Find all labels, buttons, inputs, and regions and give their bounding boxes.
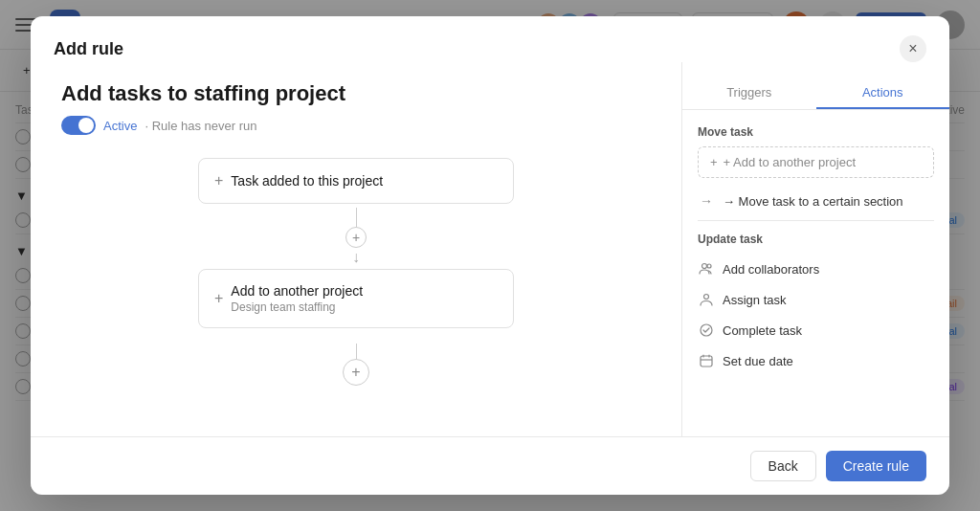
- svg-point-2: [704, 295, 709, 300]
- add-step-button[interactable]: +: [345, 227, 367, 248]
- svg-point-0: [702, 264, 707, 269]
- complete-task-item[interactable]: Complete task: [682, 315, 949, 345]
- svg-point-1: [707, 264, 711, 268]
- add-project-box[interactable]: + + Add to another project: [698, 146, 934, 178]
- tabs-row: Triggers Actions: [682, 78, 949, 110]
- connector-line: [356, 208, 357, 227]
- move-section-item[interactable]: → → Move task to a certain section: [682, 186, 949, 216]
- trigger-plus-icon: +: [214, 172, 223, 189]
- left-panel: Add tasks to staffing project Active · R…: [31, 62, 681, 436]
- flow-container: + Task added to this project + ↓ +: [61, 158, 651, 386]
- update-task-section-label: Update task: [682, 233, 949, 246]
- add-rule-modal: Add rule × Add tasks to staffing project…: [31, 16, 949, 495]
- set-due-date-label: Set due date: [723, 354, 793, 368]
- svg-rect-4: [701, 356, 712, 367]
- add-collaborators-item[interactable]: Add collaborators: [682, 254, 949, 284]
- calendar-icon: [698, 353, 715, 368]
- move-task-section-label: Move task: [682, 125, 949, 139]
- assign-task-item[interactable]: Assign task: [682, 284, 949, 315]
- action-card-title: Add to another project: [231, 283, 363, 299]
- action-plus-icon: +: [214, 290, 223, 307]
- add-step-bottom-button[interactable]: +: [343, 359, 369, 386]
- svg-point-3: [701, 324, 712, 336]
- bottom-line: [356, 344, 357, 359]
- move-section-label: → Move task to a certain section: [723, 194, 903, 209]
- bottom-add-container: +: [343, 344, 369, 386]
- trigger-card-title: Task added to this project: [231, 173, 383, 189]
- check-circle-icon: [698, 322, 715, 338]
- active-toggle[interactable]: [61, 116, 96, 135]
- flow-connector: + ↓: [345, 204, 367, 269]
- active-label: Active: [103, 119, 137, 133]
- assign-task-label: Assign task: [723, 293, 786, 307]
- action-card[interactable]: + Add to another project Design team sta…: [198, 269, 514, 328]
- divider: [698, 220, 934, 221]
- add-collaborators-label: Add collaborators: [723, 262, 819, 277]
- people-icon: [698, 261, 715, 277]
- modal-overlay: Add rule × Add tasks to staffing project…: [0, 0, 980, 511]
- person-icon: [698, 292, 715, 307]
- back-button[interactable]: Back: [750, 451, 816, 481]
- arrow-icon: ↓: [352, 250, 360, 265]
- modal-title: Add rule: [54, 39, 123, 59]
- active-row: Active · Rule has never run: [61, 116, 651, 135]
- right-panel: Triggers Actions Move task + + Add to an…: [681, 62, 949, 436]
- add-icon: +: [710, 155, 718, 169]
- close-button[interactable]: ×: [900, 35, 926, 62]
- set-due-date-item[interactable]: Set due date: [682, 345, 949, 376]
- modal-header: Add rule ×: [31, 16, 949, 62]
- rule-title: Add tasks to staffing project: [61, 81, 651, 106]
- run-text: · Rule has never run: [145, 119, 256, 133]
- tab-actions[interactable]: Actions: [816, 78, 950, 109]
- trigger-card[interactable]: + Task added to this project: [198, 158, 514, 204]
- modal-footer: Back Create rule: [31, 436, 949, 495]
- arrow-right-icon: →: [698, 193, 715, 209]
- create-rule-button[interactable]: Create rule: [826, 451, 926, 481]
- tab-triggers[interactable]: Triggers: [682, 78, 816, 109]
- add-project-label: + Add to another project: [724, 155, 856, 169]
- complete-task-label: Complete task: [723, 323, 802, 338]
- action-card-sub: Design team staffing: [231, 300, 363, 314]
- modal-body: Add tasks to staffing project Active · R…: [31, 62, 949, 436]
